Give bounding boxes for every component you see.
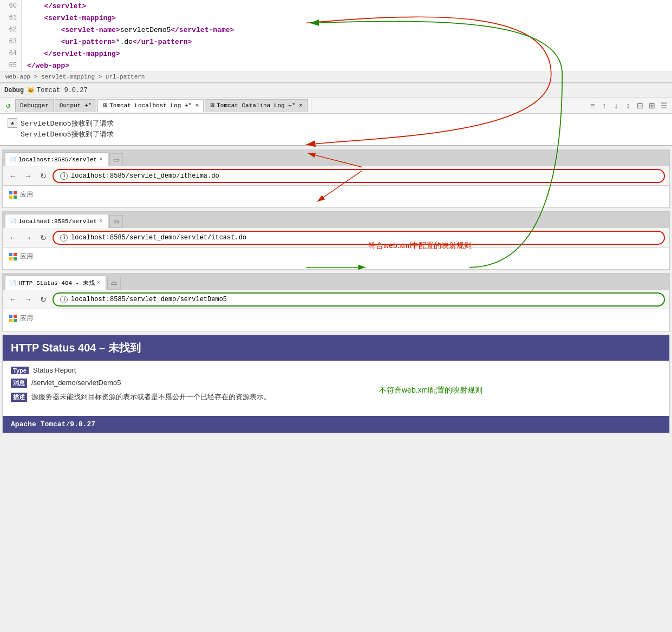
browser-nav-1: ← → ↻ ℹ localhost:8585/servlet_demo/ithe… (3, 166, 669, 186)
servlet-name-value: servletDemo5 (120, 26, 171, 34)
down-icon[interactable]: ↓ (610, 100, 622, 112)
tab-tomcat-catalina[interactable]: 🖥 Tomcat Catalina Log +* × (205, 99, 307, 112)
tag-web-app-close: </web-app> (27, 62, 69, 70)
toolbar-action-icons: ≡ ↑ ↓ ↕ ⊡ ⊞ ☰ (586, 100, 670, 112)
apps-label-1: 应用 (20, 190, 33, 199)
line-content-65: </web-app> (22, 62, 69, 70)
back-button-1[interactable]: ← (7, 170, 19, 182)
address-bar-2[interactable]: ℹ localhost:8585/servlet_demo/servlet/it… (53, 231, 665, 245)
browser-tab-1-label: localhost:8585/servlet (18, 157, 97, 163)
debug-icon: 🐱 (27, 87, 35, 94)
sort-icon[interactable]: ↕ (622, 100, 634, 112)
debug-label: Debug (4, 87, 24, 94)
breadcrumb-text: web-app > servlet-mapping > url-pattern (5, 74, 145, 80)
tab-tomcat-localhost-icon: 🖥 (102, 102, 108, 109)
code-line-65: 65 </web-app> (0, 60, 672, 71)
type-label: Type (11, 367, 29, 374)
address-bar-3[interactable]: ℹ localhost:8585/servlet_demo/servletDem… (53, 292, 665, 307)
apps-grid-icon-2 (9, 253, 17, 260)
console-lines: ServletDemo5接收到了请求 ServletDemo5接收到了请求 (21, 116, 114, 140)
tab-tomcat-catalina-icon: 🖥 (210, 102, 215, 109)
info-icon-2: ℹ (60, 234, 68, 242)
reload-button-1[interactable]: ↻ (37, 170, 49, 182)
line-number-63: 63 (0, 36, 22, 48)
tag-servlet-name-open: <servlet-name> (61, 26, 120, 34)
info-icon-3: ℹ (60, 296, 68, 303)
browser-nav-3: ← → ↻ ℹ localhost:8585/servlet_demo/serv… (3, 290, 669, 309)
tab-debugger-label: Debugger (20, 102, 49, 109)
browser-tab-2[interactable]: 📄 localhost:8585/servlet × (5, 214, 108, 228)
apps-label-2: 应用 (20, 252, 33, 261)
description-label: 描述 (11, 393, 27, 402)
url-text-3: localhost:8585/servlet_demo/servletDemo5 (71, 296, 227, 303)
line-content-62: <servlet-name>servletDemo5</servlet-name… (22, 26, 234, 34)
back-button-2[interactable]: ← (7, 232, 19, 244)
console-line-2: ServletDemo5接收到了请求 (21, 129, 114, 140)
align-icon[interactable]: ≡ (586, 100, 598, 112)
browser-window-2: 📄 localhost:8585/servlet × ▭ ← → ↻ ℹ loc… (2, 211, 670, 270)
green-reload-icon[interactable]: ↺ (2, 100, 14, 112)
forward-button-2[interactable]: → (22, 232, 34, 244)
tab-close-2[interactable]: × (99, 218, 102, 224)
browser-tab-1[interactable]: 📄 localhost:8585/servlet × (5, 152, 108, 166)
back-button-3[interactable]: ← (7, 294, 19, 305)
up-icon[interactable]: ↑ (598, 100, 610, 112)
console-output: ▲ ServletDemo5接收到了请求 ServletDemo5接收到了请求 (0, 114, 672, 146)
browser-tabs-3: 📄 HTTP Status 404 - 未找 × ▭ (3, 273, 669, 290)
breadcrumb: web-app > servlet-mapping > url-pattern (0, 71, 672, 82)
tab-debugger[interactable]: Debugger (15, 99, 54, 112)
tab-tomcat-localhost[interactable]: 🖥 Tomcat Localhost Log +* × (97, 99, 204, 112)
forward-button-3[interactable]: → (22, 294, 34, 305)
console-up-button[interactable]: ▲ (8, 118, 17, 128)
tab-close-1[interactable]: × (99, 157, 102, 162)
tab-output[interactable]: Output +* (55, 99, 96, 112)
debug-bar: Debug 🐱 Tomcat 9.0.27 (0, 83, 672, 97)
new-tab-button-2[interactable]: ▭ (109, 215, 123, 228)
line-content-61: <servlet-mapping> (22, 14, 116, 22)
code-line-62: 62 <servlet-name>servletDemo5</servlet-n… (0, 24, 672, 36)
browser-content-2: 应用 (3, 247, 669, 269)
apps-grid-icon-3 (9, 315, 17, 322)
console-sidebar: ▲ ServletDemo5接收到了请求 ServletDemo5接收到了请求 (4, 116, 668, 140)
address-bar-1[interactable]: ℹ localhost:8585/servlet_demo/itheima.do (53, 169, 665, 183)
url-text-2: localhost:8585/servlet_demo/servlet/itca… (71, 234, 246, 242)
clear-icon[interactable]: ☰ (658, 100, 670, 112)
apps-row-3: 应用 (9, 314, 663, 323)
new-tab-button-1[interactable]: ▭ (109, 153, 123, 166)
forward-button-1[interactable]: → (22, 170, 34, 182)
browser-tab-3[interactable]: 📄 HTTP Status 404 - 未找 × (5, 276, 106, 290)
main-container: 60 </servlet> 61 <servlet-mapping> 62 <s… (0, 0, 672, 433)
page-icon-1: 📄 (10, 157, 16, 163)
message-row: 消息 /servlet_demo/servletDemo5 (11, 379, 661, 388)
browser-tabs-1: 📄 localhost:8585/servlet × ▭ (3, 150, 669, 166)
filter-icon[interactable]: ⊡ (634, 100, 646, 112)
tab-tomcat-localhost-label: Tomcat Localhost Log +* × (109, 102, 199, 109)
apps-grid-icon-1 (9, 191, 17, 199)
tag-url-pattern-close: </url-pattern> (133, 38, 192, 46)
tag-servlet-mapping-open: <servlet-mapping> (44, 14, 116, 22)
line-number-61: 61 (0, 12, 22, 24)
type-value: Status Report (33, 366, 76, 374)
line-number-62: 62 (0, 24, 22, 36)
line-number-64: 64 (0, 48, 22, 60)
reload-button-3[interactable]: ↻ (37, 294, 49, 305)
tab-close-3[interactable]: × (97, 280, 100, 286)
new-tab-button-3[interactable]: ▭ (107, 277, 121, 290)
code-line-64: 64 </servlet-mapping> (0, 48, 672, 60)
browser-content-3: 应用 (3, 309, 669, 331)
copy-icon[interactable]: ⊞ (646, 100, 658, 112)
browser-content-1: 应用 (3, 186, 669, 207)
code-editor: 60 </servlet> 61 <servlet-mapping> 62 <s… (0, 0, 672, 83)
tomcat-footer: Apache Tomcat/9.0.27 (3, 416, 669, 433)
info-icon-1: ℹ (60, 172, 68, 180)
browser-nav-2: ← → ↻ ℹ localhost:8585/servlet_demo/serv… (3, 228, 669, 247)
browser-window-1: 📄 localhost:8585/servlet × ▭ ← → ↻ ℹ loc… (2, 149, 670, 208)
reload-button-2[interactable]: ↻ (37, 232, 49, 244)
debug-server: Tomcat 9.0.27 (37, 87, 88, 94)
line-content-63: <url-pattern>*.do</url-pattern> (22, 38, 192, 46)
browser-tab-2-label: localhost:8585/servlet (18, 218, 97, 225)
tag-servlet-name-close: </servlet-name> (171, 26, 234, 34)
type-row: Type Status Report (11, 366, 661, 374)
http-status-body: Type Status Report 消息 /servlet_demo/serv… (3, 361, 669, 412)
code-line-61: 61 <servlet-mapping> (0, 12, 672, 24)
